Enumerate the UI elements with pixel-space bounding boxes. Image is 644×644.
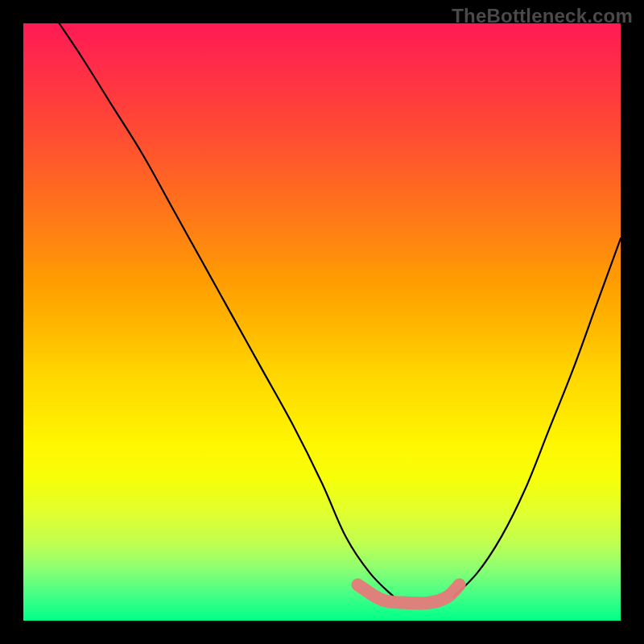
watermark-text: TheBottleneck.com: [452, 5, 633, 27]
curves-svg: [23, 23, 621, 621]
trough-highlight: [358, 585, 460, 604]
right-curve: [453, 238, 621, 597]
chart-frame: TheBottleneck.com: [0, 0, 644, 644]
left-curve: [60, 23, 394, 597]
plot-area: [23, 23, 621, 621]
